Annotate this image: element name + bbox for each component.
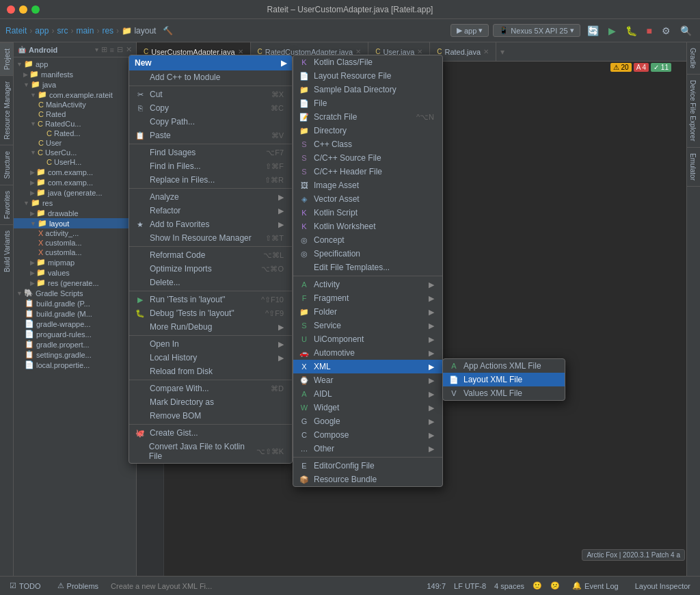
menu-item-google[interactable]: G Google ▶ [293, 414, 442, 428]
tree-item-gradle-scripts[interactable]: ▼ 🐘 Gradle Scripts [14, 288, 136, 298]
tree-item-rated-sub[interactable]: C Rated... [14, 129, 136, 138]
tree-item-values[interactable]: ▶ 📁 values [14, 267, 136, 278]
bottom-tab-todo[interactable]: ☑ TODO [5, 580, 45, 592]
breadcrumb-layout[interactable]: 📁 layout [122, 26, 156, 36]
tree-item-com2[interactable]: ▶ 📁 com.examp... [14, 167, 136, 177]
menu-item-refactor[interactable]: Refactor ▶ [129, 204, 292, 217]
sidebar-item-gradle[interactable]: Gradle [687, 42, 700, 75]
menu-item-kotlin-script[interactable]: K Kotlin Script [293, 206, 442, 220]
breadcrumb-src[interactable]: src [57, 26, 68, 36]
menu-item-service[interactable]: S Service ▶ [293, 319, 442, 332]
menu-item-copy[interactable]: ⎘ Copy ⌘C [129, 101, 292, 115]
tree-item-mainactivity[interactable]: C MainActivity [14, 100, 136, 109]
menu-item-activity[interactable]: A Activity ▶ [293, 278, 442, 291]
bottom-tab-event-log[interactable]: 🔔 Event Log [568, 580, 623, 592]
menu-item-directory[interactable]: 📁 Directory [293, 124, 442, 137]
tree-item-rated[interactable]: C Rated [14, 109, 136, 119]
sidebar-item-build-variants[interactable]: Build Variants [0, 224, 13, 278]
menu-item-convert-kotlin[interactable]: Convert Java File to Kotlin File ⌥⇧⌘K [129, 440, 292, 463]
menu-item-more-run[interactable]: More Run/Debug ▶ [129, 320, 292, 334]
menu-item-file[interactable]: 📄 File [293, 96, 442, 110]
menu-item-kotlin-class[interactable]: K Kotlin Class/File [293, 55, 442, 69]
menu-item-find-usages[interactable]: Find Usages ⌥F7 [129, 146, 292, 159]
tree-item-app[interactable]: ▼ 📁 app [14, 59, 136, 69]
menu-item-run-tests[interactable]: ▶ Run 'Tests in 'layout'' ^⇧F10 [129, 293, 292, 306]
menu-item-cpp-source[interactable]: S C/C++ Source File [293, 151, 442, 165]
tree-item-java-generated[interactable]: ▶ 📁 java (generate... [14, 187, 136, 198]
menu-item-specification[interactable]: ◎ Specification [293, 247, 442, 261]
menu-item-cut[interactable]: ✂ Cut ⌘X [129, 88, 292, 101]
tab-overflow[interactable]: ▾ [496, 42, 509, 61]
menu-item-concept[interactable]: ◎ Concept [293, 233, 442, 247]
window-controls[interactable] [7, 5, 40, 14]
menu-item-copy-path[interactable]: Copy Path... [129, 115, 292, 129]
menu-item-open-in[interactable]: Open In ▶ [129, 337, 292, 351]
maximize-button[interactable] [31, 5, 40, 14]
tab-close-icon[interactable]: ✕ [483, 48, 489, 55]
menu-item-local-history[interactable]: Local History ▶ [129, 351, 292, 365]
tree-item-com3[interactable]: ▶ 📁 com.examp... [14, 177, 136, 187]
menu-item-wear[interactable]: ⌚ Wear ▶ [293, 373, 442, 387]
menu-item-edit-file-templates[interactable]: Edit File Templates... [293, 261, 442, 274]
tree-item-user[interactable]: C User [14, 138, 136, 148]
run-config-dropdown[interactable]: ▶ app ▾ [450, 24, 489, 37]
tree-item-gradle-prop[interactable]: 📋 gradle.propert... [14, 339, 136, 349]
bottom-tab-problems[interactable]: ⚠ Problems [53, 580, 103, 592]
menu-item-layout-xml[interactable]: 📄 Layout XML File [443, 373, 565, 386]
menu-item-reformat[interactable]: Reformat Code ⌥⌘L [129, 248, 292, 262]
sidebar-item-device-file[interactable]: Device File Explorer [687, 75, 700, 147]
search-button[interactable]: 🔍 [677, 24, 695, 38]
tree-item-customla1[interactable]: X customla... [14, 238, 136, 248]
menu-item-editorconfig[interactable]: E EditorConfig File [293, 459, 442, 473]
breadcrumb-rateit[interactable]: Rateit [5, 26, 27, 36]
menu-item-paste[interactable]: 📋 Paste ⌘V [129, 129, 292, 142]
menu-item-resource-bundle[interactable]: 📦 Resource Bundle [293, 473, 442, 486]
tree-item-userh[interactable]: C UserH... [14, 157, 136, 167]
tree-item-manifests[interactable]: ▶ 📁 manifests [14, 69, 136, 79]
menu-item-aidl[interactable]: A AIDL ▶ [293, 387, 442, 401]
menu-item-cpp-class[interactable]: S C++ Class [293, 137, 442, 151]
menu-item-create-gist[interactable]: 🐙 Create Gist... [129, 426, 292, 440]
menu-item-compose[interactable]: C Compose ▶ [293, 428, 442, 442]
panel-close-icon[interactable]: ✕ [126, 45, 132, 54]
tree-item-usercu[interactable]: ▼ C UserCu... [14, 148, 136, 157]
sidebar-item-project[interactable]: Project [0, 42, 13, 75]
tree-item-res[interactable]: ▼ 📁 res [14, 198, 136, 208]
menu-item-remove-bom[interactable]: Remove BOM [129, 409, 292, 423]
menu-item-app-actions-xml[interactable]: A App Actions XML File [443, 359, 565, 373]
bottom-tab-layout-inspector[interactable]: Layout Inspector [631, 581, 695, 592]
menu-item-delete[interactable]: Delete... [129, 276, 292, 289]
tree-item-ratedcu[interactable]: ▼ C RatedCu... [14, 119, 136, 129]
menu-item-add-cpp[interactable]: Add C++ to Module [129, 70, 292, 84]
sidebar-item-resource-manager[interactable]: Resource Manager [0, 75, 13, 145]
panel-collapse-icon[interactable]: ≡ [110, 46, 114, 54]
sidebar-item-structure[interactable]: Structure [0, 145, 13, 185]
stop-button[interactable]: ■ [644, 24, 655, 38]
settings-button[interactable]: ⚙ [659, 24, 673, 38]
close-button[interactable] [7, 5, 15, 14]
menu-item-optimize[interactable]: Optimize Imports ⌥⌘O [129, 262, 292, 276]
panel-settings-icon[interactable]: ⊞ [101, 45, 107, 54]
tree-item-drawable[interactable]: ▶ 📁 drawable [14, 208, 136, 218]
menu-header-new[interactable]: New ▶ [129, 55, 292, 70]
menu-item-vector-asset[interactable]: ◈ Vector Asset [293, 192, 442, 206]
menu-item-automotive[interactable]: 🚗 Automotive ▶ [293, 346, 442, 360]
menu-item-layout-resource[interactable]: 📄 Layout Resource File [293, 69, 442, 83]
menu-item-show-resource[interactable]: Show In Resource Manager ⇧⌘T [129, 231, 292, 245]
tree-item-mipmap[interactable]: ▶ 📁 mipmap [14, 257, 136, 267]
minimize-button[interactable] [19, 5, 27, 14]
menu-item-compare[interactable]: Compare With... ⌘D [129, 382, 292, 395]
tree-item-proguard[interactable]: 📄 proguard-rules... [14, 329, 136, 339]
menu-item-replace-files[interactable]: Replace in Files... ⇧⌘R [129, 173, 292, 187]
menu-item-reload[interactable]: Reload from Disk [129, 365, 292, 378]
run-button[interactable]: ▶ [606, 24, 619, 38]
tree-item-layout[interactable]: ▼ 📁 layout [14, 218, 136, 228]
breadcrumb-app[interactable]: app [35, 26, 49, 36]
tree-item-res-gen[interactable]: ▶ 📁 res (generate... [14, 278, 136, 288]
panel-sync-icon[interactable]: ⊟ [117, 45, 123, 54]
debug-button[interactable]: 🐛 [623, 24, 640, 38]
tree-item-activity-xml[interactable]: X activity_... [14, 228, 136, 238]
menu-item-values-xml[interactable]: V Values XML File [443, 386, 565, 400]
menu-item-scratch-file[interactable]: 📝 Scratch File ^⌥N [293, 110, 442, 124]
menu-item-cpp-header[interactable]: S C/C++ Header File [293, 165, 442, 178]
